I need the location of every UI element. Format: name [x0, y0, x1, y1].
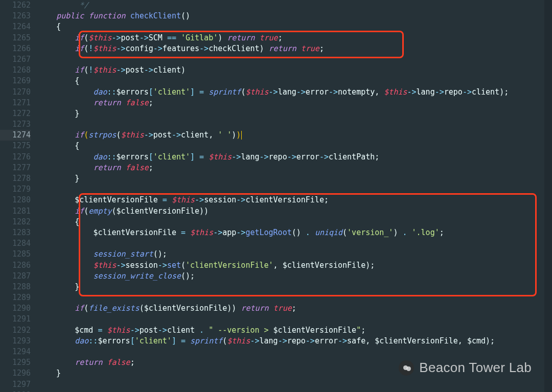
watermark: Beacon Tower Lab: [399, 360, 532, 376]
code-line[interactable]: session_start();: [38, 249, 509, 260]
line-number: 1288: [0, 282, 31, 292]
code-line[interactable]: if($this->post->SCM == 'Gitlab') return …: [38, 33, 509, 43]
code-line[interactable]: {: [38, 21, 509, 32]
code-line[interactable]: $clientVersionFile = $this->session->cli…: [38, 195, 509, 205]
code-line[interactable]: {: [38, 217, 509, 227]
line-number: 1270: [0, 87, 31, 98]
line-number: 1265: [0, 33, 31, 43]
wechat-icon: [399, 360, 414, 376]
line-number: 1266: [0, 43, 31, 54]
line-number: 1272: [0, 108, 31, 119]
code-line[interactable]: if(!$this->config->features->checkClient…: [38, 43, 509, 54]
line-number: 1293: [0, 336, 31, 347]
line-number: 1290: [0, 303, 31, 314]
line-number: 1291: [0, 314, 31, 325]
text-cursor: [241, 131, 242, 140]
code-line[interactable]: */: [38, 0, 509, 11]
code-line[interactable]: [38, 292, 509, 303]
code-line[interactable]: $clientVersionFile = $this->app->getLogR…: [38, 227, 509, 238]
code-line[interactable]: }: [38, 282, 509, 292]
line-number: 1276: [0, 152, 31, 163]
line-number: 1263: [0, 11, 31, 21]
line-number: 1296: [0, 368, 31, 379]
code-line[interactable]: [38, 390, 509, 392]
line-number: 1264: [0, 21, 31, 32]
code-area[interactable]: */ public function checkClient() { if($t…: [38, 0, 514, 392]
code-line[interactable]: }: [38, 173, 509, 184]
code-line[interactable]: [38, 314, 509, 325]
line-number: 1273: [0, 119, 31, 130]
code-line[interactable]: dao::$errors['client'] = sprintf($this->…: [38, 87, 509, 98]
code-line[interactable]: $cmd = $this->post->client . " --version…: [38, 325, 509, 336]
line-number: 1287: [0, 271, 31, 282]
line-number: 1267: [0, 54, 31, 65]
line-number: 1294: [0, 347, 31, 357]
line-number: 1289: [0, 292, 31, 303]
line-number: 1271: [0, 98, 31, 108]
code-line[interactable]: if(strpos($this->post->client, ' ')): [38, 130, 509, 141]
code-line[interactable]: [38, 119, 509, 130]
watermark-label: Beacon Tower Lab: [419, 362, 532, 373]
line-number: 1297: [0, 379, 31, 390]
code-line[interactable]: dao::$errors['client'] = sprintf($this->…: [38, 336, 509, 347]
line-number: 1295: [0, 357, 31, 368]
code-line[interactable]: if(empty($clientVersionFile)): [38, 206, 509, 217]
code-line[interactable]: [38, 379, 509, 390]
code-line[interactable]: return false;: [38, 98, 509, 108]
code-line[interactable]: [38, 347, 509, 357]
code-line[interactable]: if(file_exists($clientVersionFile)) retu…: [38, 303, 509, 314]
code-line[interactable]: session_write_close();: [38, 271, 509, 282]
line-number: 1277: [0, 163, 31, 173]
line-number: 1285: [0, 249, 31, 260]
code-line[interactable]: $this->session->set('clientVersionFile',…: [38, 260, 509, 271]
line-number: 1275: [0, 141, 31, 151]
line-number: 1281: [0, 206, 31, 217]
line-number: 1274: [0, 130, 31, 141]
line-number: 1268: [0, 65, 31, 76]
scrollbar-track[interactable]: [544, 0, 552, 392]
line-number: 1292: [0, 325, 31, 336]
code-line[interactable]: [38, 238, 509, 249]
line-number: 1278: [0, 173, 31, 184]
line-number: 1283: [0, 227, 31, 238]
code-line[interactable]: [38, 54, 509, 65]
code-line[interactable]: dao::$errors['client'] = $this->lang->re…: [38, 152, 509, 163]
code-line[interactable]: [38, 184, 509, 195]
line-number: 1298: [0, 390, 31, 392]
line-number-gutter: 1262126312641265126612671268126912701271…: [0, 0, 38, 392]
line-number: 1269: [0, 76, 31, 86]
code-line[interactable]: return false;: [38, 163, 509, 173]
line-number: 1280: [0, 195, 31, 205]
line-number: 1282: [0, 217, 31, 227]
code-line[interactable]: if(!$this->post->client): [38, 65, 509, 76]
code-editor[interactable]: 1262126312641265126612671268126912701271…: [0, 0, 552, 392]
line-number: 1262: [0, 0, 31, 11]
line-number: 1279: [0, 184, 31, 195]
code-line[interactable]: {: [38, 141, 509, 151]
code-line[interactable]: }: [38, 108, 509, 119]
line-number: 1286: [0, 260, 31, 271]
code-line[interactable]: public function checkClient(): [38, 11, 509, 21]
code-line[interactable]: {: [38, 76, 509, 86]
line-number: 1284: [0, 238, 31, 249]
